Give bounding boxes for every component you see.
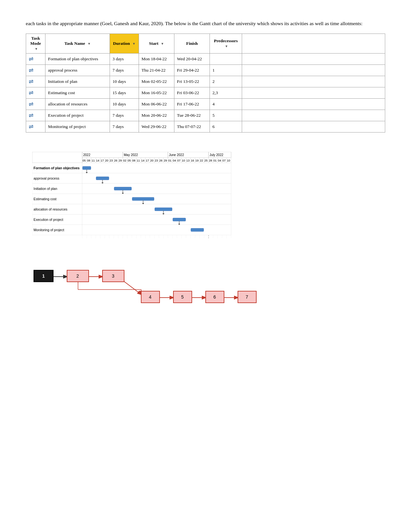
- th-predecessors: Predecessors ▼: [210, 34, 242, 54]
- svg-text:16: 16: [191, 159, 194, 162]
- task-mode-icon: ⇌: [29, 90, 34, 96]
- finish-cell: Thu 07-07-22: [174, 121, 210, 133]
- start-cell: Mon 18-04-22: [139, 54, 174, 65]
- svg-rect-135: [82, 225, 231, 235]
- task-name-cell: Execution of project: [45, 110, 110, 121]
- nd-box-7-label: 7: [246, 294, 248, 300]
- svg-rect-131: [82, 214, 231, 225]
- duration-cell: 7 days: [110, 121, 139, 133]
- finish-cell: Fri 03-06-22: [174, 87, 210, 99]
- start-cell: Mon 20-06-22: [139, 110, 174, 121]
- start-cell: Mon 16-05-22: [139, 87, 174, 99]
- gantt-bar: [191, 228, 204, 232]
- predecessors-cell: 1: [210, 65, 242, 76]
- gantt-svg-wrapper: 2022May 2022June 2022July 20220508111417…: [32, 152, 274, 240]
- th-task-mode: Task Mode ▼: [26, 34, 45, 54]
- task-mode-cell: ⇌: [26, 99, 45, 110]
- task-mode-cell: ⇌: [26, 54, 45, 65]
- gantt-bar: [155, 208, 172, 211]
- svg-text:May 2022: May 2022: [124, 153, 138, 157]
- duration-cell: 3 days: [110, 54, 139, 65]
- task-mode-icon: ⇌: [29, 112, 34, 119]
- table-row: ⇌Estimating cost15 daysMon 16-05-22Fri 0…: [26, 87, 385, 99]
- svg-rect-123: [82, 194, 231, 204]
- gantt-task-label: Formation of plan objectives: [34, 166, 80, 170]
- gantt-chart-section: 2022May 2022June 2022July 20220508111417…: [26, 149, 385, 243]
- start-cell: Wed 29-06-22: [139, 121, 174, 133]
- svg-text:10: 10: [182, 159, 185, 162]
- svg-text:25: 25: [204, 159, 208, 162]
- svg-rect-111: [82, 163, 231, 173]
- extra-cell: [242, 110, 385, 121]
- task-mode-icon: ⇌: [29, 56, 34, 62]
- gantt-bar: [96, 177, 109, 180]
- svg-text:July 2022: July 2022: [210, 153, 223, 157]
- svg-text:29: 29: [119, 159, 122, 162]
- svg-text:13: 13: [186, 159, 190, 162]
- gantt-task-label: approval process: [34, 176, 59, 180]
- predecessors-cell: 5: [210, 110, 242, 121]
- predecessors-cell: 2,3: [210, 87, 242, 99]
- gantt-task-label: Execution of project: [34, 218, 63, 222]
- svg-line-138: [124, 281, 141, 294]
- sort-arrow-start: ▼: [161, 42, 164, 45]
- svg-text:02: 02: [123, 159, 126, 162]
- svg-text:14: 14: [96, 159, 99, 162]
- sort-arrow-duration: ▼: [132, 42, 135, 45]
- extra-cell: [242, 121, 385, 133]
- task-mode-icon: ⇌: [29, 123, 34, 130]
- svg-text:08: 08: [87, 159, 90, 162]
- extra-cell: [242, 54, 385, 65]
- sort-arrow-pred: ▼: [225, 44, 228, 48]
- th-finish: Finish: [174, 34, 210, 54]
- start-cell: Mon 02-05-22: [139, 76, 174, 87]
- th-task-name: Task Name ▼: [45, 34, 110, 54]
- svg-text:17: 17: [146, 159, 149, 162]
- predecessors-cell: 6: [210, 121, 242, 133]
- th-duration: Duration ▼: [110, 34, 139, 54]
- duration-cell: 10 days: [110, 99, 139, 110]
- th-start: Start ▼: [139, 34, 174, 54]
- nd-box-5-label: 5: [181, 294, 184, 300]
- task-mode-icon: ⇌: [29, 67, 34, 74]
- gantt-task-label: Monitoring of project: [34, 228, 64, 232]
- svg-text:01: 01: [213, 159, 217, 162]
- extra-cell: [242, 76, 385, 87]
- svg-text:26: 26: [159, 159, 162, 162]
- svg-text:04: 04: [218, 159, 221, 162]
- table-row: ⇌approval process7 daysThu 21-04-22Fri 2…: [26, 65, 385, 76]
- svg-text:11: 11: [92, 159, 95, 162]
- svg-text:01: 01: [168, 159, 171, 162]
- task-name-cell: Formation of plan objectives: [45, 54, 110, 65]
- table-row: ⇌Monitoring of project7 daysWed 29-06-22…: [26, 121, 385, 133]
- svg-text:23: 23: [155, 159, 158, 162]
- extra-cell: [242, 87, 385, 99]
- network-diagram-section: 1 2 3 4 5 6 7: [26, 259, 385, 323]
- gantt-task-label: Estimating cost: [34, 197, 56, 201]
- svg-text:11: 11: [137, 159, 140, 162]
- svg-text:June 2022: June 2022: [169, 153, 184, 157]
- svg-text:05: 05: [128, 159, 131, 162]
- nd-box-1-label: 1: [42, 273, 45, 279]
- svg-text:22: 22: [200, 159, 203, 162]
- gantt-bar: [114, 187, 132, 190]
- gantt-svg: 2022May 2022June 2022July 20220508111417…: [32, 152, 274, 238]
- start-cell: Thu 21-04-22: [139, 65, 174, 76]
- svg-text:04: 04: [173, 159, 176, 162]
- svg-text:07: 07: [222, 159, 226, 162]
- svg-text:29: 29: [164, 159, 167, 162]
- start-cell: Mon 06-06-22: [139, 99, 174, 110]
- finish-cell: Fri 13-05-22: [174, 76, 210, 87]
- duration-cell: 7 days: [110, 65, 139, 76]
- sort-arrow-taskname: ▼: [87, 42, 91, 45]
- duration-cell: 15 days: [110, 87, 139, 99]
- svg-text:17: 17: [101, 159, 104, 162]
- duration-cell: 10 days: [110, 76, 139, 87]
- duration-cell: 7 days: [110, 110, 139, 121]
- predecessors-cell: [210, 54, 242, 65]
- table-row: ⇌Execution of project7 daysMon 20-06-22T…: [26, 110, 385, 121]
- svg-text:2022: 2022: [83, 153, 91, 157]
- svg-text:26: 26: [114, 159, 117, 162]
- svg-text:19: 19: [195, 159, 199, 162]
- svg-text:20: 20: [150, 159, 153, 162]
